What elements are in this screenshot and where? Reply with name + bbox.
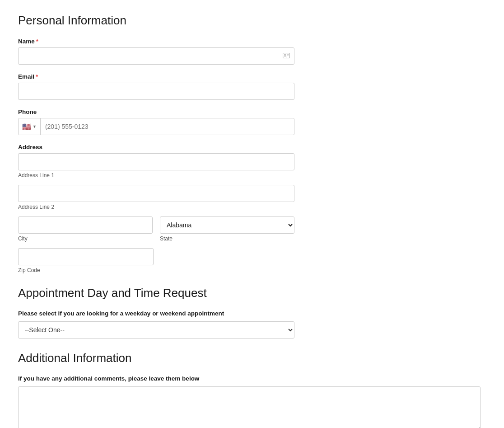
phone-wrapper: 🇺🇸 ▼: [18, 118, 294, 135]
address-line2-group: Address Line 2: [18, 185, 294, 210]
address-label: Address: [18, 144, 42, 151]
phone-label: Phone: [18, 108, 37, 115]
zip-group: Zip Code: [18, 248, 486, 273]
additional-comments-textarea[interactable]: [18, 386, 481, 428]
appointment-question: Please select if you are looking for a w…: [18, 310, 486, 317]
city-group: City: [18, 216, 153, 242]
appointment-select-wrapper: --Select One-- Weekday Weekend: [18, 321, 294, 339]
email-field-group: Email*: [18, 73, 486, 100]
zip-input[interactable]: [18, 248, 154, 265]
email-label: Email*: [18, 73, 38, 80]
address-line1-sublabel: Address Line 1: [18, 172, 294, 179]
name-input-wrapper: [18, 47, 294, 65]
personal-info-title: Personal Information: [18, 14, 486, 28]
state-select[interactable]: Alabama Alaska Arizona Arkansas Californ…: [160, 216, 294, 234]
state-sublabel: State: [160, 235, 294, 242]
name-card-icon: [283, 52, 290, 60]
address-line1-input[interactable]: [18, 153, 294, 170]
name-label: Name*: [18, 38, 38, 45]
city-input[interactable]: [18, 216, 153, 234]
name-input[interactable]: [18, 47, 294, 65]
additional-question: If you have any additional comments, ple…: [18, 375, 486, 382]
address-line2-input[interactable]: [18, 185, 294, 202]
additional-info-section: Additional Information If you have any a…: [18, 351, 486, 428]
email-input[interactable]: [18, 83, 294, 100]
name-required-star: *: [36, 38, 38, 45]
appointment-title: Appointment Day and Time Request: [18, 286, 486, 300]
svg-point-1: [284, 54, 286, 56]
address-line2-sublabel: Address Line 2: [18, 204, 294, 210]
zip-sublabel: Zip Code: [18, 267, 486, 273]
name-field-group: Name*: [18, 38, 486, 65]
state-group: Alabama Alaska Arizona Arkansas Californ…: [160, 216, 294, 242]
additional-info-title: Additional Information: [18, 351, 486, 365]
phone-input[interactable]: [41, 118, 294, 135]
email-required-star: *: [36, 73, 38, 80]
city-sublabel: City: [18, 235, 153, 242]
address-line1-group: Address Line 1: [18, 153, 294, 179]
appointment-section: Appointment Day and Time Request Please …: [18, 286, 486, 339]
us-flag-icon: 🇺🇸: [22, 122, 31, 131]
city-state-row: City Alabama Alaska Arizona Arkansas Cal…: [18, 216, 294, 242]
phone-dropdown-chevron-icon: ▼: [33, 124, 37, 129]
phone-country-selector[interactable]: 🇺🇸 ▼: [19, 118, 41, 135]
address-field-group: Address Address Line 1 Address Line 2 Ci…: [18, 143, 486, 273]
phone-field-group: Phone 🇺🇸 ▼: [18, 108, 486, 135]
appointment-select[interactable]: --Select One-- Weekday Weekend: [18, 321, 294, 339]
